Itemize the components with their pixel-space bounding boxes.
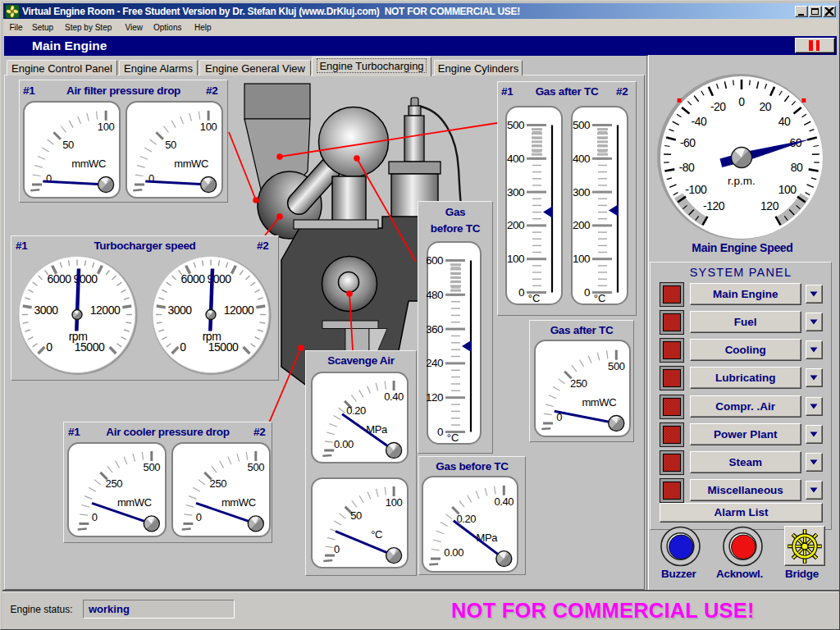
svg-text:50: 50 [350,509,362,522]
svg-text:360: 360 [427,322,443,335]
svg-text:6000: 6000 [47,272,71,285]
svg-text:120: 120 [427,391,443,404]
svg-text:0: 0 [196,511,202,523]
svg-text:50: 50 [62,139,74,151]
svg-text:r.p.m.: r.p.m. [728,175,756,187]
svg-text:400: 400 [573,152,590,164]
svg-text:100: 100 [386,496,403,509]
svg-text:°C: °C [371,528,382,541]
svg-text:80: 80 [791,161,803,174]
svg-text:-120: -120 [703,199,725,212]
svg-text:20: 20 [759,100,771,113]
svg-text:500: 500 [608,360,625,372]
svg-text:-80: -80 [679,161,695,174]
svg-text:12000: 12000 [90,304,121,317]
svg-text:6000: 6000 [180,272,205,285]
svg-text:300: 300 [573,185,590,198]
svg-text:0: 0 [334,543,340,555]
svg-text:-40: -40 [692,115,707,128]
svg-text:mmWC: mmWC [221,496,256,509]
svg-text:0.40: 0.40 [384,390,404,403]
svg-text:°C: °C [594,292,606,304]
svg-text:-100: -100 [685,183,707,196]
svg-text:250: 250 [210,477,227,490]
svg-text:0: 0 [46,340,52,354]
svg-text:300: 300 [507,185,524,198]
svg-text:0: 0 [91,511,97,523]
svg-text:0.40: 0.40 [494,495,514,508]
svg-text:mmWC: mmWC [174,158,208,170]
svg-text:400: 400 [507,152,524,164]
svg-text:0: 0 [738,95,745,108]
svg-text:100: 100 [507,253,524,265]
svg-text:50: 50 [165,139,176,151]
svg-text:200: 200 [507,219,524,231]
svg-text:500: 500 [507,119,524,131]
svg-text:3000: 3000 [34,304,58,317]
svg-text:MPa: MPa [477,532,499,544]
svg-text:0: 0 [437,426,443,438]
svg-text:100: 100 [778,183,797,196]
svg-text:0.20: 0.20 [456,513,476,525]
svg-text:mmWC: mmWC [116,496,151,509]
svg-text:500: 500 [248,461,265,473]
svg-text:480: 480 [427,288,443,300]
svg-text:250: 250 [105,477,122,490]
svg-text:40: 40 [778,115,791,128]
svg-text:0.00: 0.00 [444,546,463,559]
svg-text:°C: °C [528,292,541,304]
svg-text:120: 120 [760,199,779,212]
svg-text:0: 0 [180,340,186,354]
svg-text:-60: -60 [680,136,696,149]
svg-text:240: 240 [427,357,443,369]
svg-text:100: 100 [97,120,114,132]
svg-text:mmWC: mmWC [582,396,616,409]
svg-text:12000: 12000 [224,304,254,317]
svg-text:0: 0 [584,286,590,299]
svg-text:500: 500 [573,119,590,131]
svg-text:15000: 15000 [208,340,239,354]
svg-text:0.20: 0.20 [346,404,366,417]
svg-text:600: 600 [427,254,443,267]
svg-text:0: 0 [518,286,524,299]
svg-text:200: 200 [573,219,590,231]
svg-text:3000: 3000 [167,304,192,317]
svg-text:100: 100 [200,120,217,132]
svg-text:250: 250 [570,377,587,390]
svg-text:15000: 15000 [75,340,105,354]
svg-text:0.00: 0.00 [334,438,354,450]
svg-text:500: 500 [143,461,160,473]
svg-text:-20: -20 [710,100,726,113]
svg-text:°C: °C [447,431,459,444]
svg-text:100: 100 [573,253,590,265]
svg-text:mmWC: mmWC [71,158,106,170]
